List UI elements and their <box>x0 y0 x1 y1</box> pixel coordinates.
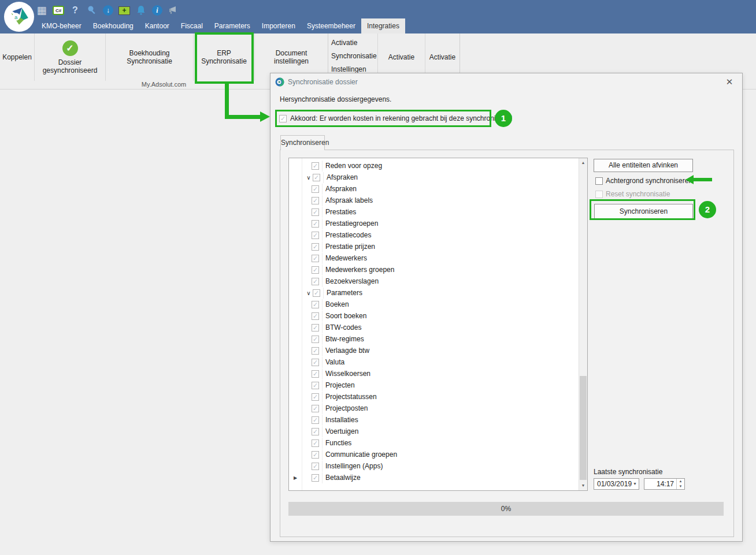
entity-checkbox[interactable]: ✓ <box>312 336 319 343</box>
calculator-icon[interactable]: ▦ <box>36 5 47 16</box>
tree-row[interactable]: ✓Functies <box>289 437 578 449</box>
entity-checkbox[interactable]: ✓ <box>312 359 319 366</box>
tree-row[interactable]: ✓Boeken <box>289 299 578 310</box>
entity-label: Parameters <box>323 288 362 299</box>
help-icon[interactable]: ? <box>69 5 81 16</box>
tree-row[interactable]: ✓Soort boeken <box>289 310 578 322</box>
entity-label: Reden voor opzeg <box>322 161 382 172</box>
info-icon[interactable]: i <box>152 5 162 16</box>
tab-kantoor[interactable]: Kantoor <box>139 18 175 33</box>
announcement-icon[interactable] <box>168 5 179 16</box>
entity-checkbox[interactable]: ✓ <box>312 232 319 239</box>
entity-checkbox[interactable]: ✓ <box>312 278 319 285</box>
tree-row[interactable]: ✓Verlaagde btw <box>289 345 578 356</box>
dialog-title-bar[interactable]: Synchronisatie dossier ✕ <box>270 73 742 91</box>
entity-checkbox[interactable]: ✓ <box>312 243 319 251</box>
entity-checkbox[interactable]: ✓ <box>312 266 319 274</box>
entity-checkbox[interactable]: ✓ <box>312 197 319 204</box>
entity-checkbox[interactable]: ✓ <box>312 451 319 459</box>
entity-label: Functies <box>322 438 351 449</box>
tab-parameters[interactable]: Parameters <box>209 18 256 33</box>
tree-row[interactable]: ✓Btw-regimes <box>289 333 578 345</box>
tree-row[interactable]: ✓Prestatie prijzen <box>289 241 578 252</box>
chevron-down-icon[interactable]: ▼ <box>633 479 637 489</box>
tree-row[interactable]: ▶✓Betaalwijze <box>289 472 578 483</box>
notifications-bell-icon[interactable] <box>135 5 147 16</box>
tab-boekhouding[interactable]: Boekhouding <box>87 18 139 33</box>
tab-importeren[interactable]: Importeren <box>256 18 301 33</box>
entity-checkbox[interactable]: ✓ <box>312 220 319 228</box>
csharp-chat-icon[interactable]: C# <box>53 6 64 15</box>
entity-checkbox[interactable]: ✓ <box>313 174 320 181</box>
ribbon-button-boekhouding-synchronisatie[interactable]: Boekhouding Synchronisatie <box>106 33 194 81</box>
ribbon-status-dossier-gesynchroniseerd[interactable]: ✓ Dossier gesynchroniseerd <box>35 33 106 81</box>
entity-checkbox[interactable]: ✓ <box>312 185 319 193</box>
tab-integraties[interactable]: Integraties <box>361 18 405 33</box>
tree-row[interactable]: ∨✓Afspraken <box>289 172 578 183</box>
entity-checkbox[interactable]: ✓ <box>312 474 319 482</box>
screen-add-icon[interactable]: + <box>118 6 130 15</box>
close-icon[interactable]: ✕ <box>724 73 735 91</box>
tree-row[interactable]: ✓Wisselkoersen <box>289 368 578 379</box>
spin-up-icon[interactable]: ▲ <box>677 479 684 484</box>
tree-row[interactable]: ✓Reden voor opzeg <box>289 160 578 172</box>
entity-checkbox[interactable]: ✓ <box>312 428 319 435</box>
last-sync-date-field[interactable]: 01/03/2019 ▼ <box>594 478 639 490</box>
scrollbar-thumb[interactable] <box>580 376 587 480</box>
entity-checkbox[interactable]: ✓ <box>313 289 320 297</box>
download-icon[interactable]: ↓ <box>103 5 113 16</box>
tree-row[interactable]: ✓Voertuigen <box>289 426 578 437</box>
tree-row[interactable]: ✓BTW-codes <box>289 322 578 333</box>
ribbon-button-koppelen[interactable]: Koppelen <box>0 33 35 81</box>
tree-row[interactable]: ✓Medewerkers <box>289 252 578 264</box>
tree-row[interactable]: ✓Prestatiecodes <box>289 229 578 241</box>
tree-row[interactable]: ∨✓Parameters <box>289 287 578 299</box>
uncheck-all-entities-button[interactable]: Alle entiteiten afvinken <box>594 159 693 172</box>
background-sync-checkbox[interactable] <box>595 177 603 185</box>
entity-checkbox[interactable]: ✓ <box>312 324 319 331</box>
entity-label: Projectposten <box>322 403 368 414</box>
entity-checkbox[interactable]: ✓ <box>312 463 319 470</box>
tab-synchroniseren[interactable]: Synchroniseren <box>280 135 325 150</box>
entity-checkbox[interactable]: ✓ <box>312 208 319 216</box>
tree-row[interactable]: ✓Afspraken <box>289 183 578 195</box>
tree-row[interactable]: ✓Bezoekverslagen <box>289 275 578 287</box>
tab-systeembeheer[interactable]: Systeembeheer <box>301 18 361 33</box>
tree-row[interactable]: ✓Instellingen (Apps) <box>289 460 578 472</box>
entity-checkbox[interactable]: ✓ <box>312 439 319 447</box>
entity-checkbox[interactable]: ✓ <box>312 312 319 320</box>
tree-row[interactable]: ✓Projectposten <box>289 403 578 414</box>
scroll-up-icon[interactable]: ▲ <box>579 158 587 167</box>
last-sync-time-field[interactable]: 14:17 ▲ ▼ <box>644 478 685 490</box>
entity-checkbox[interactable]: ✓ <box>312 301 319 308</box>
tree-row[interactable]: ✓Installaties <box>289 414 578 426</box>
chevron-down-icon[interactable]: ∨ <box>305 174 313 181</box>
entity-checkbox[interactable]: ✓ <box>312 393 319 401</box>
annotation-box-synchroniseren-button <box>590 199 695 220</box>
tab-kmo-beheer[interactable]: KMO-beheer <box>36 18 87 33</box>
tab-fiscaal[interactable]: Fiscaal <box>175 18 209 33</box>
entity-checkbox[interactable]: ✓ <box>312 347 319 355</box>
tree-row[interactable]: ✓Projectstatussen <box>289 391 578 403</box>
entity-checkbox[interactable]: ✓ <box>312 255 319 262</box>
entity-checkbox[interactable]: ✓ <box>312 162 319 170</box>
pin-icon[interactable] <box>86 5 98 16</box>
tree-row[interactable]: ✓Medewerkers groepen <box>289 264 578 275</box>
tree-scrollbar[interactable]: ▲ ▼ <box>579 158 587 490</box>
tree-row[interactable]: ✓Afspraak labels <box>289 195 578 206</box>
entity-label: Afspraak labels <box>322 195 373 206</box>
entity-checkbox[interactable]: ✓ <box>312 370 319 378</box>
tree-row[interactable]: ✓Communicatie groepen <box>289 449 578 460</box>
tree-row[interactable]: ✓Prestatiegroepen <box>289 218 578 229</box>
entity-checkbox[interactable]: ✓ <box>312 416 319 424</box>
entity-checkbox[interactable]: ✓ <box>312 405 319 412</box>
chevron-down-icon[interactable]: ∨ <box>305 290 313 296</box>
tree-row[interactable]: ✓Projecten <box>289 379 578 391</box>
tree-row[interactable]: ✓Valuta <box>289 356 578 368</box>
scroll-down-icon[interactable]: ▼ <box>579 481 587 490</box>
tree-row[interactable]: ✓Prestaties <box>289 206 578 218</box>
dialog-title: Synchronisatie dossier <box>288 73 358 91</box>
entity-checkbox[interactable]: ✓ <box>312 382 319 389</box>
spin-down-icon[interactable]: ▼ <box>677 484 684 489</box>
time-spinner[interactable]: ▲ ▼ <box>676 479 684 489</box>
